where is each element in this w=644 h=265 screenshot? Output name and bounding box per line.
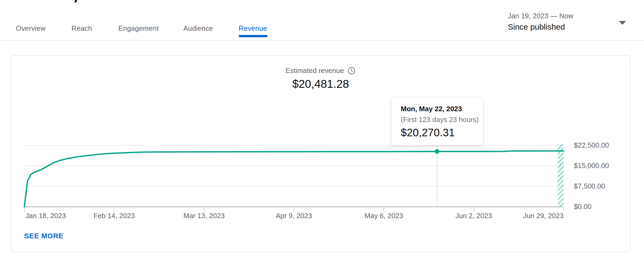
y-axis-label: $0.00 [574, 203, 591, 211]
metric-header: Estimated revenue [11, 67, 631, 75]
tab-audience[interactable]: Audience [183, 24, 213, 33]
x-tick [24, 207, 25, 212]
date-range-preset: Since published [508, 22, 635, 32]
tab-revenue-label: Revenue [239, 24, 267, 32]
x-axis-label: Jun 2, 2023 [455, 212, 492, 220]
metric-label: Estimated revenue [286, 67, 344, 75]
y-axis-label: $22,500.00 [574, 141, 609, 149]
x-axis-label: Jan 18, 2023 [25, 212, 66, 220]
x-axis-line [24, 207, 564, 207]
delayed-data-clock-icon[interactable] [347, 67, 356, 75]
tooltip-period: (First 123 days 23 hours) [401, 116, 483, 124]
tooltip-date: Mon, May 22, 2023 [401, 105, 483, 113]
gridline [24, 145, 564, 146]
chart-tooltip: Mon, May 22, 2023 (First 123 days 23 hou… [391, 97, 483, 145]
tab-revenue[interactable]: Revenue [239, 24, 267, 33]
gridline [24, 186, 564, 187]
tooltip-value: $20,270.31 [401, 127, 483, 139]
partial-data-hatch-band [558, 144, 564, 207]
y-axis-label: $15,000.00 [574, 162, 609, 170]
date-range-selector[interactable]: Jan 19, 2023 — Now Since published [508, 12, 635, 36]
hover-crosshair-line [437, 145, 437, 207]
metric-value: $20,481.28 [11, 78, 631, 90]
tab-engagement[interactable]: Engagement [118, 24, 159, 33]
active-tab-indicator [239, 35, 268, 37]
chevron-down-icon [619, 21, 626, 25]
x-axis-label: Feb 14, 2023 [94, 212, 135, 220]
x-axis-label: May 6, 2023 [365, 212, 403, 220]
x-axis-label: Apr 9, 2023 [276, 212, 312, 220]
tab-overview[interactable]: Overview [16, 24, 46, 33]
gridline [24, 166, 564, 166]
see-more-link[interactable]: SEE MORE [24, 232, 63, 240]
analytics-page: Overview Reach Engagement Audience Reven… [0, 0, 644, 265]
x-axis-label: Jun 29, 2023 [523, 212, 564, 220]
date-range-text: Jan 19, 2023 — Now [508, 12, 635, 20]
x-axis-label: Mar 13, 2023 [183, 212, 225, 220]
y-axis-label: $7,500.00 [574, 182, 605, 190]
tab-reach[interactable]: Reach [71, 24, 92, 33]
